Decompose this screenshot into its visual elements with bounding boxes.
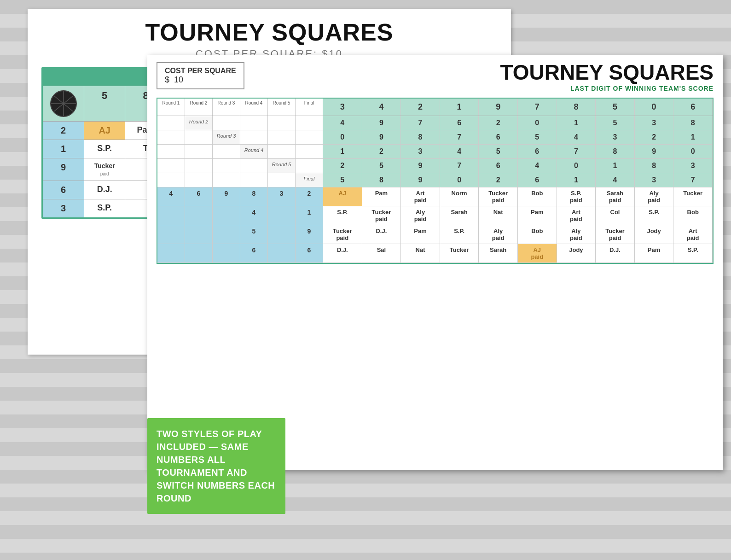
- fd-final-label: Final: [296, 173, 323, 187]
- fd-r2-7: 1: [557, 116, 596, 130]
- rh-n3: 2: [401, 99, 440, 116]
- fd-r3-8: 3: [596, 130, 635, 144]
- pr2-p4: Sarah: [440, 206, 479, 225]
- pr4-p6: AJpaid: [518, 244, 557, 262]
- pr1-p8: Sarahpaid: [596, 187, 635, 206]
- front-round4-row: Round 4 1 2 3 4 5 6 7 8 9 0: [157, 145, 713, 159]
- fd-r5-5: 6: [479, 159, 518, 173]
- back-row-6-header: 6: [43, 181, 84, 199]
- pr2-c4: 4: [240, 206, 268, 225]
- fd3-empty2: [185, 130, 213, 144]
- pr1-p9: Alypaid: [635, 187, 674, 206]
- fd-r2-9: 3: [635, 116, 674, 130]
- fd-r5-6: 4: [518, 159, 557, 173]
- rh-n4: 1: [440, 99, 479, 116]
- fd-r3-5: 6: [479, 130, 518, 144]
- fd-r2-1: 4: [323, 116, 362, 130]
- front-title: TOURNEY SQUARES: [244, 60, 714, 85]
- fd-final-4: 0: [440, 173, 479, 187]
- back-row-2-header: 2: [43, 122, 84, 140]
- pr2-c5: [268, 206, 296, 225]
- pr4-p8: D.J.: [596, 244, 635, 262]
- pr2-p3: Alypaid: [401, 206, 440, 225]
- fd-r2-3: 7: [401, 116, 440, 130]
- fd-r2-10: 8: [673, 116, 713, 130]
- fd-r5-7: 0: [557, 159, 596, 173]
- fd-r4-6: 6: [518, 145, 557, 158]
- basketball-cell: [43, 86, 84, 121]
- fd-final-9: 3: [635, 173, 674, 187]
- pr3-p10: Artpaid: [673, 225, 713, 244]
- fd-r3-label: Round 3: [213, 130, 240, 144]
- fd-r4-5: 5: [479, 145, 518, 158]
- fd-r5-3: 9: [401, 159, 440, 173]
- back-cell-6-dj: D.J.: [84, 181, 125, 199]
- fd-empty5: [296, 116, 323, 130]
- back-row-9-header: 9: [43, 158, 84, 181]
- back-cell-9-tucker: Tuckerpaid: [84, 158, 125, 181]
- pr1-p3: Artpaid: [401, 187, 440, 206]
- pr1-p5: Tuckerpaid: [479, 187, 518, 206]
- pr1-p6: Bob: [518, 187, 557, 206]
- fd-r2-6: 0: [518, 116, 557, 130]
- pr3-p2: D.J.: [362, 225, 401, 244]
- fd-r3-7: 4: [557, 130, 596, 144]
- pr4-c3: [213, 244, 240, 262]
- pr4-c6: 6: [296, 244, 323, 262]
- fd-r4-3: 3: [401, 145, 440, 158]
- pr3-c3: [213, 225, 240, 244]
- fd-r5-8: 1: [596, 159, 635, 173]
- pr3-c1: [157, 225, 185, 244]
- fd-final-10: 7: [673, 173, 713, 187]
- fd-r5-1: 2: [323, 159, 362, 173]
- fd-r4-1: 1: [323, 145, 362, 158]
- pr2-p8: Col: [596, 206, 635, 225]
- rh-n5: 9: [479, 99, 518, 116]
- fd-r3-10: 1: [673, 130, 713, 144]
- pr2-c6: 1: [296, 206, 323, 225]
- pr1-c3: 9: [213, 187, 240, 206]
- fd-final-1: 5: [323, 173, 362, 187]
- pr1-c6: 2: [296, 187, 323, 206]
- fd-r3-3: 8: [401, 130, 440, 144]
- fd-r2-5: 2: [479, 116, 518, 130]
- pr1-c4: 8: [240, 187, 268, 206]
- pr3-p1: Tuckerpaid: [323, 225, 362, 244]
- fd-r5-4: 7: [440, 159, 479, 173]
- fd-r3-2: 9: [362, 130, 401, 144]
- fd-r4-4: 4: [440, 145, 479, 158]
- fd4-empty5: [296, 145, 323, 158]
- rh-n10: 6: [673, 99, 713, 116]
- pr2-c3: [213, 206, 240, 225]
- player-row-2: 4 1 S.P. Tuckerpaid Alypaid Sarah Nat Pa…: [157, 206, 713, 225]
- pr3-p4: S.P.: [440, 225, 479, 244]
- front-grid: Round 1 Round 2 Round 3 Round 4 Round 5 …: [157, 98, 714, 264]
- fd5-empty5: [296, 159, 323, 173]
- fd-r5-10: 3: [673, 159, 713, 173]
- fd-r2-4: 6: [440, 116, 479, 130]
- fd-r2-label: Round 2: [185, 116, 213, 130]
- front-final-row: Final 5 8 9 0 2 6 1 4 3 7: [157, 173, 713, 187]
- fd-final-7: 1: [557, 173, 596, 187]
- pr3-p9: Jody: [635, 225, 674, 244]
- fd3-empty5: [296, 130, 323, 144]
- fd-r5-2: 5: [362, 159, 401, 173]
- fd-final-2: 8: [362, 173, 401, 187]
- pr2-p1: S.P.: [323, 206, 362, 225]
- fd-r3-1: 0: [323, 130, 362, 144]
- fd5-empty2: [185, 159, 213, 173]
- rh-n2: 4: [362, 99, 401, 116]
- rh-r3: Round 3: [213, 99, 240, 116]
- player-row-1: 4 6 9 8 3 2 AJ Pam Artpaid Norm Tuckerpa…: [157, 187, 713, 206]
- pr1-p4: Norm: [440, 187, 479, 206]
- fdf-empty3: [213, 173, 240, 187]
- pr1-c2: 6: [185, 187, 213, 206]
- pr3-p3: Pam: [401, 225, 440, 244]
- fd-r4-10: 0: [673, 145, 713, 158]
- fd-r3-4: 7: [440, 130, 479, 144]
- fd-r2-8: 5: [596, 116, 635, 130]
- fd4-empty2: [185, 145, 213, 158]
- front-subtitle: LAST DIGIT OF WINNING TEAM'S SCORE: [244, 85, 714, 92]
- fdf-empty5: [268, 173, 296, 187]
- front-round5-row: Round 5 2 5 9 7 6 4 0 1 8 3: [157, 159, 713, 173]
